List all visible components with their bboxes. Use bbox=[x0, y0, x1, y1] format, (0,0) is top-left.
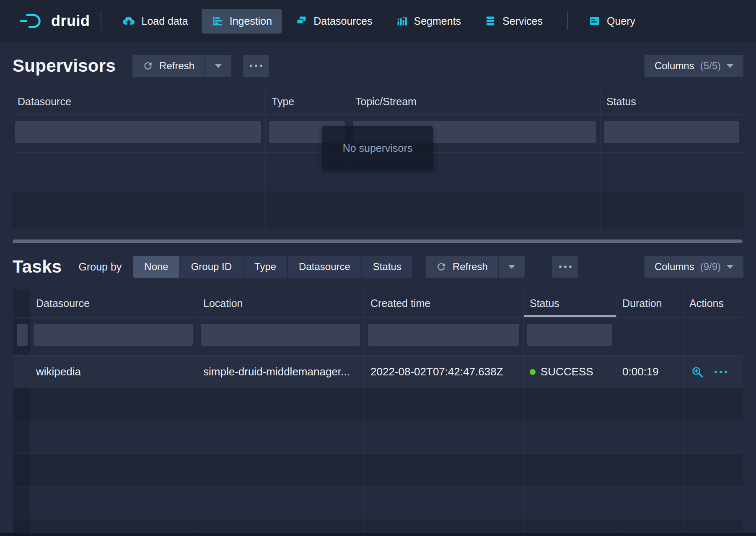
top-nav-bar: druid Load data Ingestion bbox=[0, 0, 756, 42]
ingestion-icon bbox=[212, 15, 223, 27]
supervisors-refresh-menu-button[interactable] bbox=[205, 55, 231, 77]
druid-logo-icon bbox=[18, 12, 44, 30]
supervisors-more-button[interactable] bbox=[243, 55, 269, 77]
column-header-created-time[interactable]: Created time bbox=[365, 289, 524, 317]
refresh-icon bbox=[436, 261, 447, 272]
bottom-scrollbar-track[interactable] bbox=[0, 533, 756, 536]
status-filter-input[interactable] bbox=[527, 324, 612, 346]
cell-duration: 0:00:19 bbox=[616, 355, 684, 388]
nav-item-load-data[interactable]: Load data bbox=[112, 8, 198, 34]
empty-row bbox=[13, 421, 743, 453]
cell-datasource: wikipedia bbox=[30, 355, 197, 388]
supervisors-table-header: Datasource Type Topic/Stream Status bbox=[12, 89, 743, 114]
column-header-type[interactable]: Type bbox=[266, 89, 350, 114]
row-actions-more-icon[interactable] bbox=[715, 371, 727, 373]
column-header-actions[interactable]: Actions bbox=[684, 289, 743, 317]
tasks-refresh-split: Refresh bbox=[426, 256, 525, 278]
task-id-filter-input-clipped[interactable] bbox=[17, 324, 28, 346]
more-icon bbox=[250, 65, 262, 67]
supervisors-columns-button[interactable]: Columns (5/5) bbox=[645, 55, 743, 77]
column-header-clipped[interactable] bbox=[13, 289, 30, 317]
no-supervisors-message: No supervisors bbox=[322, 126, 433, 170]
group-by-datasource-button[interactable]: Datasource bbox=[288, 256, 361, 278]
status-filter-input[interactable] bbox=[604, 121, 739, 143]
status-text: SUCCESS bbox=[541, 365, 593, 378]
chevron-down-icon bbox=[727, 64, 733, 68]
group-by-group-id-button[interactable]: Group ID bbox=[180, 256, 243, 278]
success-status-dot bbox=[530, 369, 536, 375]
sort-indicator bbox=[524, 315, 616, 317]
cell-status: SUCCESS bbox=[524, 355, 616, 388]
nav-label: Segments bbox=[414, 15, 461, 27]
segments-icon bbox=[396, 15, 408, 27]
nav-label: Load data bbox=[141, 15, 188, 27]
services-icon bbox=[484, 15, 496, 27]
task-row-wikipedia[interactable]: wikipedia simple-druid-middlemanager... … bbox=[13, 355, 743, 388]
brand-name: druid bbox=[51, 12, 90, 30]
horizontal-scrollbar bbox=[12, 239, 743, 243]
tasks-filter-row bbox=[13, 317, 743, 355]
empty-row bbox=[13, 453, 743, 486]
refresh-label: Refresh bbox=[159, 60, 194, 72]
more-icon bbox=[559, 265, 572, 268]
group-by-label: Group by bbox=[78, 261, 122, 273]
supervisors-refresh-button[interactable]: Refresh bbox=[132, 55, 205, 77]
column-header-status[interactable]: Status bbox=[601, 89, 743, 114]
nav-label: Query bbox=[607, 15, 635, 27]
nav-divider bbox=[567, 12, 568, 30]
supervisors-title: Supervisors bbox=[13, 56, 116, 76]
nav-item-ingestion[interactable]: Ingestion bbox=[202, 9, 282, 34]
empty-row bbox=[13, 388, 743, 421]
column-header-topic-stream[interactable]: Topic/Stream bbox=[350, 89, 601, 114]
query-icon bbox=[589, 15, 601, 27]
created-time-filter-input[interactable] bbox=[368, 324, 519, 346]
chevron-down-icon bbox=[727, 265, 733, 269]
tasks-columns-button[interactable]: Columns (9/9) bbox=[645, 256, 743, 278]
column-header-status[interactable]: Status bbox=[524, 289, 616, 317]
nav-item-datasources[interactable]: Datasources bbox=[285, 9, 382, 34]
location-filter-input[interactable] bbox=[201, 324, 360, 346]
nav-item-services[interactable]: Services bbox=[474, 9, 553, 34]
supervisors-refresh-split: Refresh bbox=[132, 55, 231, 77]
group-by-status-button[interactable]: Status bbox=[362, 256, 412, 278]
status-header-label: Status bbox=[530, 297, 559, 310]
tasks-refresh-button[interactable]: Refresh bbox=[426, 256, 498, 278]
tasks-table-header: Datasource Location Created time Status … bbox=[13, 289, 743, 317]
empty-row bbox=[13, 486, 743, 519]
cell-actions bbox=[684, 355, 743, 388]
datasource-filter-input[interactable] bbox=[34, 324, 193, 346]
scrollbar-thumb[interactable] bbox=[13, 239, 742, 243]
nav-divider bbox=[101, 12, 101, 30]
magnify-details-icon[interactable] bbox=[691, 366, 704, 378]
cell-location: simple-druid-middlemanager... bbox=[197, 355, 365, 388]
cloud-upload-icon bbox=[122, 15, 135, 27]
nav-label: Datasources bbox=[313, 15, 372, 27]
cell-created-time: 2022-08-02T07:42:47.638Z bbox=[365, 355, 524, 388]
group-by-none-button[interactable]: None bbox=[133, 256, 179, 278]
tasks-title: Tasks bbox=[13, 257, 62, 277]
columns-label: Columns bbox=[655, 60, 694, 72]
group-by-segment: None Group ID Type Datasource Status bbox=[133, 256, 412, 278]
empty-row bbox=[12, 191, 743, 229]
nav-item-segments[interactable]: Segments bbox=[386, 9, 471, 34]
columns-count: (5/5) bbox=[700, 60, 721, 72]
refresh-icon bbox=[142, 60, 153, 71]
column-header-datasource[interactable]: Datasource bbox=[30, 289, 197, 317]
columns-count: (9/9) bbox=[700, 261, 721, 273]
column-header-location[interactable]: Location bbox=[197, 289, 365, 317]
tasks-more-button[interactable] bbox=[552, 256, 578, 278]
druid-console: druid Load data Ingestion bbox=[0, 0, 756, 536]
druid-logo[interactable]: druid bbox=[18, 12, 90, 30]
refresh-label: Refresh bbox=[453, 261, 488, 273]
column-header-duration[interactable]: Duration bbox=[616, 289, 684, 317]
chevron-down-icon bbox=[215, 64, 222, 68]
tasks-refresh-menu-button[interactable] bbox=[499, 256, 525, 278]
tasks-header: Tasks Group by None Group ID Type Dataso… bbox=[0, 254, 756, 279]
nav-item-query[interactable]: Query bbox=[579, 9, 645, 34]
datasource-filter-input[interactable] bbox=[15, 121, 261, 143]
tasks-table: Datasource Location Created time Status … bbox=[13, 289, 743, 536]
datasources-icon bbox=[295, 15, 307, 27]
group-by-type-button[interactable]: Type bbox=[243, 256, 287, 278]
column-header-datasource[interactable]: Datasource bbox=[12, 89, 266, 114]
supervisors-header: Supervisors Refresh Columns (5/5) bbox=[0, 54, 756, 78]
